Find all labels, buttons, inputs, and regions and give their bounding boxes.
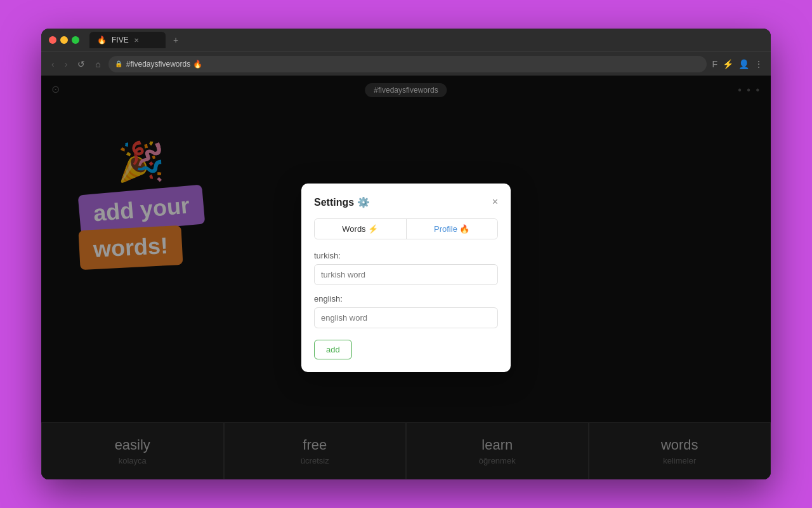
back-button[interactable]: ‹ xyxy=(49,58,57,70)
english-field-group: english: xyxy=(314,294,498,328)
modal-overlay: Settings ⚙️ × Words ⚡ Profile 🔥 turkish: xyxy=(41,76,771,479)
home-button[interactable]: ⌂ xyxy=(93,58,103,70)
add-button[interactable]: add xyxy=(314,340,352,359)
english-input[interactable] xyxy=(314,307,498,328)
tab-favicon: 🔥 xyxy=(97,36,107,44)
page-content: #fivedaysfivewords ⊙ • • • 🎉 add your wo… xyxy=(41,76,771,479)
tab-profile[interactable]: Profile 🔥 xyxy=(407,219,498,239)
close-traffic-light[interactable] xyxy=(49,36,56,44)
turkish-input[interactable] xyxy=(314,264,498,285)
english-label: english: xyxy=(314,294,498,304)
turkish-label: turkish: xyxy=(314,251,498,260)
settings-modal: Settings ⚙️ × Words ⚡ Profile 🔥 turkish: xyxy=(301,184,511,372)
forward-button[interactable]: › xyxy=(62,58,70,70)
extension-f-icon: F xyxy=(712,59,717,69)
extensions-icon[interactable]: ⚡ xyxy=(723,59,733,69)
address-bar[interactable]: 🔒 #fivedaysfivewords 🔥 xyxy=(108,56,707,72)
active-tab[interactable]: 🔥 FIVE ✕ xyxy=(89,32,166,48)
tab-bar: 🔥 FIVE ✕ + xyxy=(89,32,183,48)
modal-title: Settings ⚙️ xyxy=(314,196,370,208)
modal-header: Settings ⚙️ × xyxy=(314,196,498,208)
new-tab-button[interactable]: + xyxy=(168,32,183,48)
minimize-traffic-light[interactable] xyxy=(60,36,68,44)
menu-dots-icon[interactable]: ⋮ xyxy=(754,59,763,69)
reload-button[interactable]: ↺ xyxy=(75,58,88,70)
browser-navbar: ‹ › ↺ ⌂ 🔒 #fivedaysfivewords 🔥 F ⚡ 👤 ⋮ xyxy=(41,51,771,76)
tab-words[interactable]: Words ⚡ xyxy=(315,219,407,239)
maximize-traffic-light[interactable] xyxy=(72,36,79,44)
tab-close-icon[interactable]: ✕ xyxy=(134,37,139,44)
turkish-field-group: turkish: xyxy=(314,251,498,285)
lock-icon: 🔒 xyxy=(115,60,122,67)
url-text: #fivedaysfivewords 🔥 xyxy=(126,60,202,69)
traffic-lights xyxy=(49,36,79,44)
modal-close-button[interactable]: × xyxy=(492,197,498,207)
profile-icon[interactable]: 👤 xyxy=(738,59,749,69)
browser-window: 🔥 FIVE ✕ + ‹ › ↺ ⌂ 🔒 #fivedaysfivewords … xyxy=(41,29,771,479)
tab-title: FIVE xyxy=(112,36,129,44)
modal-tabs: Words ⚡ Profile 🔥 xyxy=(314,218,498,239)
browser-actions: F ⚡ 👤 ⋮ xyxy=(712,59,763,69)
browser-titlebar: 🔥 FIVE ✕ + xyxy=(41,29,771,51)
